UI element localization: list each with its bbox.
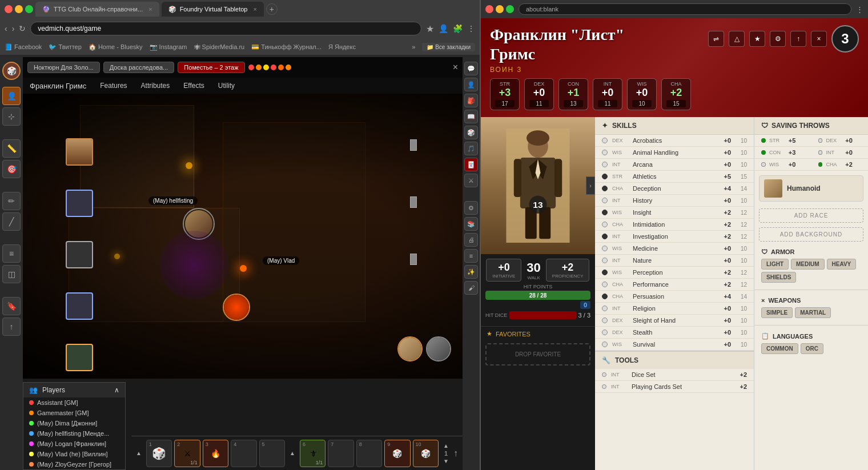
char-tab-attributes[interactable]: Attributes [139, 81, 172, 91]
tool-hide[interactable]: ◫ [2, 265, 21, 283]
scene-tab-1[interactable]: Ноктюрн Для Золо... [27, 62, 100, 73]
lang-orc[interactable]: ORC [801, 343, 823, 354]
tool-measure[interactable]: 📏 [2, 139, 21, 158]
token-4[interactable] [66, 292, 93, 320]
macro-up-arrow[interactable]: ▲ [136, 450, 142, 456]
ability-int[interactable]: INT +0 11 [593, 78, 622, 110]
minimize-btn[interactable] [15, 5, 23, 13]
skill-insight[interactable]: WIS Insight +2 12 [595, 207, 754, 219]
race-section[interactable]: Humanoid [759, 175, 863, 202]
scene-tab-2[interactable]: Доска расследова... [103, 62, 175, 73]
tool-dice-set[interactable]: INT Dice Set +2 [595, 369, 754, 381]
macro-scroll-up[interactable]: ▲ [136, 450, 142, 456]
tool-target[interactable]: 🎯 [2, 160, 21, 178]
header-icon-up[interactable]: ↑ [790, 31, 806, 47]
right-tool-combat[interactable]: ⚔ [464, 174, 478, 187]
ability-wis[interactable]: WIS +0 10 [627, 78, 657, 110]
char-close[interactable] [485, 5, 493, 13]
players-header[interactable]: 👥 Players ∧ [23, 383, 125, 397]
char-menu[interactable]: ⋮ [856, 5, 863, 14]
tab-2[interactable]: 🎲 Foundry Virtual Tabletop × [162, 2, 264, 17]
macro-scroll-up-2[interactable]: ▲ [290, 450, 295, 456]
save-int[interactable]: INT +0 [811, 147, 869, 159]
right-tool-effects-toggle[interactable]: ✨ [464, 265, 478, 279]
maximize-btn[interactable] [25, 5, 33, 13]
tool-token[interactable]: 👤 [2, 87, 21, 105]
macro-slot-2[interactable]: 2 ⚔ 1/1 [174, 440, 200, 467]
map-canvas[interactable]: (May) hellfisting (May) Vlad [23, 94, 463, 379]
header-icon-close[interactable]: × [811, 31, 827, 47]
token-1[interactable] [66, 138, 93, 166]
char-tab-features[interactable]: Features [98, 81, 129, 91]
door-3[interactable] [410, 139, 417, 151]
map-token-3[interactable] [397, 336, 423, 361]
skill-intimidation[interactable]: CHA Intimidation +2 12 [595, 219, 754, 231]
header-icon-fork[interactable]: ⇌ [708, 31, 724, 47]
right-tool-journal[interactable]: 📖 [464, 110, 478, 123]
skill-arcana[interactable]: INT Arcana +0 10 [595, 159, 754, 171]
add-race-btn[interactable]: ADD RACE [759, 208, 863, 223]
bookmark-twitter[interactable]: 🐦 Твиттер [49, 43, 81, 51]
players-collapse[interactable]: ∧ [114, 386, 119, 394]
token-5[interactable] [66, 344, 93, 371]
scene-close[interactable]: × [453, 62, 458, 73]
skill-survival[interactable]: WIS Survival +0 10 [595, 339, 754, 351]
scene-tab-3[interactable]: Поместье – 2 этаж [178, 62, 244, 73]
armor-heavy[interactable]: HEAVY [827, 259, 857, 270]
skill-animal-handling[interactable]: WIS Animal Handling +0 10 [595, 147, 754, 159]
walk-section[interactable]: 30 WALK [527, 260, 540, 280]
macro-slot-10[interactable]: 10 🎲 [413, 440, 439, 467]
bookmark-spider[interactable]: 🕷 SpiderMedia.ru [194, 43, 245, 50]
scroll-up[interactable]: ▲ [443, 443, 449, 449]
weapon-martial[interactable]: MARTIAL [795, 307, 831, 318]
token-2[interactable] [66, 190, 93, 217]
macro-slot-4[interactable]: 4 [231, 440, 256, 467]
new-tab-btn[interactable]: + [266, 3, 278, 15]
char-min[interactable] [496, 5, 504, 13]
skill-deception[interactable]: CHA Deception +4 14 [595, 183, 754, 195]
right-tool-playlists[interactable]: 🎵 [464, 142, 478, 155]
armor-light[interactable]: LIGHT [761, 259, 789, 270]
right-tool-compendium[interactable]: 📚 [464, 217, 478, 231]
door-2[interactable] [410, 254, 417, 265]
save-wis[interactable]: WIS +0 [754, 159, 811, 171]
bookmark-facebook[interactable]: 📘 Facebook [5, 43, 42, 51]
map-token-2[interactable] [223, 294, 250, 321]
drop-favorite[interactable]: DROP FAVORITE [485, 343, 590, 365]
save-dex[interactable]: DEX +0 [811, 135, 869, 147]
bookmark-instagram[interactable]: 📷 Instagram [150, 43, 187, 51]
tool-cards[interactable]: INT Playing Cards Set +2 [595, 381, 754, 393]
tool-select[interactable]: ⊹ [2, 107, 21, 126]
map-token-4[interactable] [426, 336, 451, 361]
right-tool-print[interactable]: 🖨 [464, 233, 478, 247]
proficiency-box[interactable]: +2 PROFICIENCY [546, 259, 590, 282]
door-1[interactable] [410, 196, 417, 208]
save-str[interactable]: STR +5 [754, 135, 811, 147]
header-icon-settings[interactable]: ⚙ [770, 31, 786, 47]
right-tool-layers[interactable]: ≡ [464, 249, 478, 263]
armor-shields[interactable]: SHIELDS [761, 272, 796, 283]
tool-list[interactable]: ≡ [2, 244, 21, 263]
ability-cha[interactable]: CHA +2 15 [661, 78, 691, 110]
bookmark-tinkoff[interactable]: 💳 Тинькофф Журнал... [251, 43, 322, 51]
header-icon-triangle[interactable]: △ [729, 31, 745, 47]
forward-btn[interactable]: › [12, 24, 15, 33]
right-tool-settings[interactable]: ⚙ [464, 201, 478, 215]
weapon-simple[interactable]: SIMPLE [761, 307, 793, 318]
macro-slot-7[interactable]: 7 [328, 440, 353, 467]
macro-slot-9[interactable]: 9 🎲 [384, 440, 410, 467]
tab-1-close[interactable]: × [148, 6, 152, 13]
header-icon-star[interactable]: ★ [749, 31, 765, 47]
right-tool-items[interactable]: 🎒 [464, 94, 478, 107]
bookmark-star[interactable]: ★ [426, 23, 434, 34]
macro-slot-3[interactable]: 3 🔥 [203, 440, 228, 467]
skill-athletics[interactable]: STR Athletics +5 15 [595, 171, 754, 183]
ability-dex[interactable]: DEX +0 11 [524, 78, 554, 110]
right-tool-brush[interactable]: 🖌 [464, 281, 478, 295]
armor-medium[interactable]: MEDIUM [791, 259, 825, 270]
bookmark-yandex[interactable]: Я Яндекс [328, 43, 356, 50]
profile-btn[interactable]: 👤 [439, 24, 448, 33]
bookmark-bluesky[interactable]: 🏠 Home - Bluesky [89, 43, 143, 51]
bookmarks-more[interactable]: » [412, 43, 415, 50]
macro-slot-5[interactable]: 5 [259, 440, 285, 467]
